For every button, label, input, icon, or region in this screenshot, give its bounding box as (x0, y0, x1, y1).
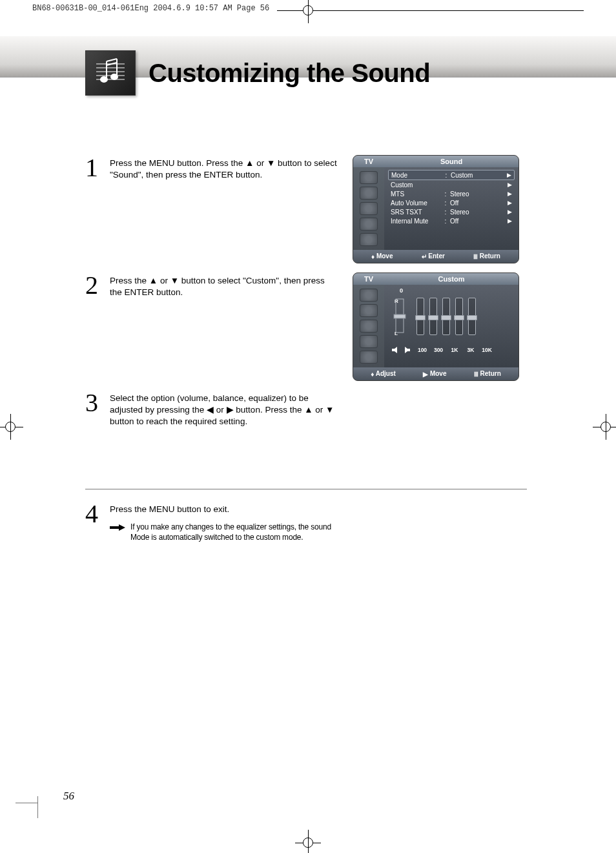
osd-tab-tv: TV (353, 156, 384, 167)
speaker-left-icon (391, 347, 400, 353)
sidebar-function-icon (360, 233, 378, 246)
balance-l-label: L (395, 331, 398, 336)
eq-band-3k[interactable] (455, 298, 463, 335)
osd-hint-bar: ♦ Adjust ▶ Move Ⅲ Return (353, 367, 518, 380)
eq-sliders[interactable] (416, 298, 509, 338)
sidebar-channel-icon (360, 202, 378, 215)
crop-mark-bottom (295, 830, 321, 853)
osd-row-custom[interactable]: Custom ▶ (388, 180, 515, 189)
osd-row-value: Custom (451, 172, 502, 179)
hint-move: ♦ Move (371, 252, 393, 260)
step-number: 3 (85, 390, 103, 428)
sidebar-sound-icon (360, 187, 378, 200)
step-4: 4 Press the MENU button to exit. If you … (85, 501, 527, 543)
separator (85, 489, 527, 489)
osd-row-value: Off (450, 218, 503, 225)
step-number: 4 (85, 501, 103, 543)
eq-label: 3K (465, 347, 477, 353)
empty-cell (353, 390, 527, 454)
osd-sidebar (353, 285, 384, 367)
note-arrow-icon (110, 522, 125, 542)
return-icon: Ⅲ (474, 371, 478, 378)
chevron-right-icon: ▶ (505, 172, 511, 178)
eq-current-value: 0 (400, 287, 403, 294)
updown-icon: ♦ (371, 253, 375, 260)
osd-row-internal-mute[interactable]: Internal Mute : Off ▶ (388, 216, 515, 225)
osd-row-value: Stereo (450, 190, 503, 198)
osd-title: Sound (384, 156, 518, 167)
crop-mark-right (593, 414, 616, 440)
osd-row-label: Auto Volume (391, 200, 441, 207)
music-staff-icon (85, 50, 136, 96)
chevron-right-icon: ▶ (506, 200, 512, 206)
osd-sound: TV Sound Mode : Custom ▶ (353, 155, 519, 263)
step-text: Press the MENU button. Press the ▲ or ▼ … (110, 155, 337, 247)
note: If you make any changes to the equalizer… (110, 522, 527, 542)
svg-marker-13 (392, 347, 397, 353)
speaker-right-icon (402, 347, 411, 353)
step-number: 1 (85, 155, 103, 247)
osd-tab-tv: TV (353, 273, 384, 285)
right-icon: ▶ (423, 371, 428, 378)
osd-row-mts[interactable]: MTS : Stereo ▶ (388, 189, 515, 198)
svg-marker-14 (405, 347, 410, 353)
osd-title: Custom (384, 273, 518, 285)
eq-label: 300 (433, 347, 444, 353)
osd-row-value: Stereo (450, 209, 503, 216)
step-number: 2 (85, 272, 103, 364)
chevron-right-icon: ▶ (506, 209, 512, 215)
svg-marker-15 (110, 524, 125, 531)
step-2: 2 Press the ▲ or ▼ button to select "Cus… (85, 272, 337, 364)
enter-icon: ↵ (422, 253, 427, 260)
note-text: If you make any changes to the equalizer… (130, 522, 350, 542)
sidebar-setup-icon (360, 335, 378, 348)
balance-slider-icon[interactable]: R L (392, 295, 407, 336)
colon: : (444, 172, 448, 179)
sidebar-function-icon (360, 351, 378, 364)
step-text: Press the ▲ or ▼ button to select "Custo… (110, 272, 337, 364)
page: BN68-00631B-00_014-061Eng 2004.6.9 10:57… (0, 0, 616, 853)
osd-row-label: Internal Mute (391, 218, 441, 225)
osd-sidebar (353, 167, 384, 250)
eq-band-1k[interactable] (442, 298, 450, 335)
step-text: Press the MENU button to exit. (110, 501, 527, 515)
osd-row-auto-volume[interactable]: Auto Volume : Off ▶ (388, 198, 515, 207)
sidebar-picture-icon (360, 171, 378, 184)
eq-label: 10K (481, 347, 493, 353)
sidebar-channel-icon (360, 320, 378, 333)
eq-label: 1K (449, 347, 460, 353)
eq-band-10k[interactable] (468, 298, 476, 335)
chevron-right-icon: ▶ (506, 218, 512, 224)
osd-row-label: Mode (391, 172, 442, 179)
crop-corner-bl (15, 803, 37, 818)
eq-band-300[interactable] (429, 298, 437, 335)
title-row: Customizing the Sound (0, 50, 616, 96)
osd-hint-bar: ♦ Move ↵ Enter Ⅲ Return (353, 250, 518, 263)
svg-rect-12 (394, 314, 406, 318)
print-header-text: BN68-00631B-00_014-061Eng 2004.6.9 10:57… (32, 4, 269, 13)
svg-line-7 (107, 59, 117, 61)
step-3: 3 Select the option (volume, balance, eq… (85, 390, 337, 428)
chevron-right-icon: ▶ (506, 190, 512, 197)
step-1: 1 Press the MENU button. Press the ▲ or … (85, 155, 337, 247)
osd-row-label: MTS (391, 190, 441, 198)
return-icon: Ⅲ (473, 253, 478, 260)
hint-enter: ↵ Enter (422, 252, 445, 260)
osd-row-label: Custom (391, 181, 441, 189)
hint-adjust: ♦ Adjust (371, 370, 396, 378)
osd-equalizer: 0 R L (384, 285, 518, 367)
step-text: Select the option (volume, balance, equa… (110, 390, 337, 428)
sidebar-setup-icon (360, 218, 378, 231)
osd-row-mode[interactable]: Mode : Custom ▶ (388, 170, 515, 180)
crop-mark-top (295, 0, 321, 23)
eq-label: 100 (416, 347, 428, 353)
hint-move: ▶ Move (423, 370, 446, 378)
page-title: Customizing the Sound (149, 59, 430, 88)
eq-band-100[interactable] (416, 298, 424, 335)
osd-menu-list: Mode : Custom ▶ Custom ▶ MTS : Ste (384, 167, 518, 250)
content-grid: 1 Press the MENU button. Press the ▲ or … (0, 96, 616, 542)
print-header-rule (277, 10, 584, 11)
page-number: 56 (63, 790, 74, 803)
osd-row-srs-tsxt[interactable]: SRS TSXT : Stereo ▶ (388, 207, 515, 216)
hint-return: Ⅲ Return (473, 252, 500, 260)
